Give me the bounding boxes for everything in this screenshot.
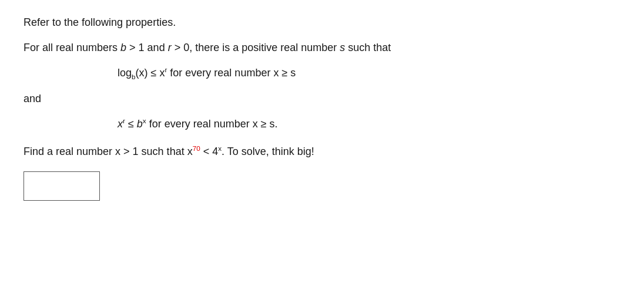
refer-text: Refer to the following properties. <box>24 16 176 28</box>
xr-text: xr ≤ bx for every real number x ≥ s. <box>118 118 278 130</box>
line-xr: xr ≤ bx for every real number x ≥ s. <box>118 116 620 133</box>
line-for-all: For all real numbers b > 1 and r > 0, th… <box>24 39 620 56</box>
for-all-mid2: > 0, there is a positive real number <box>172 42 340 53</box>
sup-70: 70 <box>193 144 200 152</box>
log-text: logb(x) ≤ xr for every real number x ≥ s <box>118 67 296 79</box>
find-pre: Find a real number x > 1 such that x70 <… <box>24 146 314 157</box>
and-text: and <box>24 93 41 104</box>
input-area <box>24 171 620 201</box>
var-b: b <box>120 42 126 53</box>
for-all-pre: For all real numbers <box>24 42 120 53</box>
sup-x2: x <box>218 144 222 152</box>
log-sub-b: b <box>132 72 136 80</box>
log-sup-r: r <box>165 66 167 73</box>
for-all-mid1: > 1 and <box>126 42 168 53</box>
sup-x1: x <box>143 117 146 124</box>
for-all-end: such that <box>345 42 391 53</box>
line-refer: Refer to the following properties. <box>24 14 620 31</box>
sup-r: r <box>123 117 125 124</box>
line-log: logb(x) ≤ xr for every real number x ≥ s <box>118 65 620 82</box>
var-s: s <box>340 42 345 53</box>
line-and: and <box>24 90 620 107</box>
answer-input[interactable] <box>24 171 100 201</box>
line-find: Find a real number x > 1 such that x70 <… <box>24 143 620 160</box>
main-content: Refer to the following properties. For a… <box>24 14 620 201</box>
